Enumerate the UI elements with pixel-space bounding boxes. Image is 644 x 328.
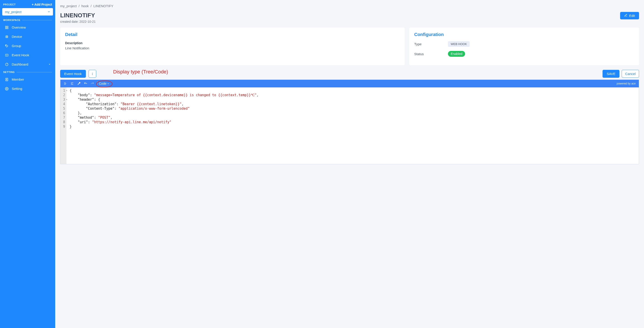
sidebar-item-label: Setting <box>12 87 22 90</box>
code-editor: Code powered by ace 1▾ 2 3▾ 4 5 6 7 <box>60 80 639 164</box>
page-title: LINENOTIFY <box>60 12 96 19</box>
hook-icon <box>4 54 9 57</box>
type-badge: WEB HOOK <box>448 41 470 47</box>
gauge-icon <box>4 63 9 66</box>
sidebar-item-dashboard[interactable]: Dashboard <box>2 60 53 69</box>
user-icon <box>4 78 9 81</box>
config-type-label: Type <box>414 42 448 46</box>
description-label: Description <box>65 41 400 45</box>
editor-toolbar: Code powered by ace <box>60 80 639 88</box>
sidebar-item-label: Device <box>12 35 22 38</box>
workspace-label: WORKSPACE <box>3 19 52 22</box>
collapse-all-icon[interactable] <box>70 82 74 86</box>
svg-rect-5 <box>6 36 7 37</box>
project-select[interactable]: my_project <box>2 8 53 16</box>
sidebar: PROJECT + Add Project my_project WORKSPA… <box>0 0 55 328</box>
detail-card: Detail Description Line Notification <box>60 28 405 65</box>
setting-label: SETTING <box>3 71 52 74</box>
chevron-down-icon <box>48 63 51 66</box>
sidebar-item-setting[interactable]: Setting <box>2 84 53 93</box>
cancel-button[interactable]: Cancel <box>622 70 639 78</box>
edit-button[interactable]: Edit <box>620 12 639 19</box>
sidebar-item-label: Overview <box>12 26 26 29</box>
expand-all-icon[interactable] <box>64 82 67 86</box>
undo-icon[interactable] <box>84 82 88 86</box>
sidebar-item-device[interactable]: Device <box>2 32 53 41</box>
project-select-value: my_project <box>5 10 22 14</box>
chip-icon <box>4 35 9 38</box>
sidebar-item-member[interactable]: Member <box>2 75 53 84</box>
svg-rect-3 <box>7 28 8 29</box>
tag-icon <box>4 44 9 48</box>
svg-rect-7 <box>6 54 8 56</box>
detail-title: Detail <box>65 32 400 37</box>
breadcrumb-item[interactable]: hook <box>81 4 89 8</box>
breadcrumb-item[interactable]: my_project <box>60 4 76 8</box>
sidebar-item-group[interactable]: Group <box>2 41 53 50</box>
config-status-label: Status <box>414 52 448 56</box>
pencil-icon <box>624 14 627 18</box>
svg-point-11 <box>6 88 7 89</box>
wrench-icon[interactable] <box>77 82 81 86</box>
code-lines[interactable]: { "body": "message=Temperature of {{cont… <box>66 88 260 164</box>
code-area[interactable]: 1▾ 2 3▾ 4 5 6 7 8 9 { "body": "message=T… <box>60 88 639 164</box>
caret-down-icon <box>107 82 109 86</box>
chevron-down-icon <box>48 10 50 14</box>
redo-icon[interactable] <box>90 82 94 86</box>
sidebar-item-label: Event Hook <box>12 53 29 57</box>
annotation-label: Display type (Tree/Code) <box>113 69 168 75</box>
svg-point-6 <box>6 45 6 46</box>
svg-rect-2 <box>6 28 6 29</box>
svg-rect-4 <box>6 36 8 38</box>
svg-marker-18 <box>108 84 109 84</box>
save-button[interactable]: SAVE <box>602 70 620 78</box>
project-label: PROJECT <box>3 3 16 6</box>
svg-rect-0 <box>6 26 6 27</box>
main-content: my_project / hook / LINENOTIFY LINENOTIF… <box>55 0 644 328</box>
created-date: created date: 2022-10-21 <box>60 20 96 24</box>
sidebar-item-label: Member <box>12 78 24 81</box>
config-card: Configuration Type WEB HOOK Status Enabl… <box>409 28 639 65</box>
grid-icon <box>4 26 9 29</box>
svg-rect-1 <box>7 26 8 27</box>
breadcrumb-sep: / <box>78 4 82 8</box>
description-text: Line Notification <box>65 46 400 50</box>
breadcrumb: my_project / hook / LINENOTIFY <box>60 4 639 8</box>
info-button[interactable]: i <box>88 70 96 78</box>
display-mode-value: Code <box>99 82 106 86</box>
gear-icon <box>4 87 9 90</box>
breadcrumb-sep: / <box>90 4 94 8</box>
config-title: Configuration <box>414 32 634 37</box>
sidebar-item-label: Group <box>12 44 21 48</box>
line-gutter: 1▾ 2 3▾ 4 5 6 7 8 9 <box>60 88 66 164</box>
sidebar-item-label: Dashboard <box>12 62 28 66</box>
breadcrumb-item: LINENOTIFY <box>94 4 113 8</box>
edit-button-label: Edit <box>629 14 635 18</box>
display-mode-select[interactable]: Code <box>99 82 109 86</box>
add-project-button[interactable]: + Add Project <box>32 3 52 6</box>
sidebar-item-overview[interactable]: Overview <box>2 23 53 32</box>
event-hook-button[interactable]: Event Hook <box>60 70 86 78</box>
powered-by-label: powered by ace <box>616 82 636 85</box>
toolbar-separator <box>97 81 98 86</box>
svg-point-10 <box>6 79 7 80</box>
status-badge: Enabled <box>448 51 465 57</box>
sidebar-item-event-hook[interactable]: Event Hook <box>2 50 53 60</box>
